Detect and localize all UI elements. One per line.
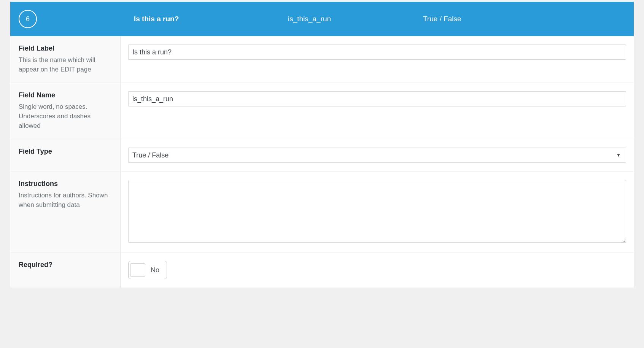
header-field-name: is_this_a_run	[288, 15, 417, 23]
field-order-badge[interactable]: 6	[19, 10, 37, 28]
header-field-label: Is this a run?	[134, 15, 288, 23]
row-field-name: Field Name Single word, no spaces. Under…	[10, 83, 634, 139]
field-label-input[interactable]	[128, 44, 626, 60]
label-col-instructions: Instructions Instructions for authors. S…	[10, 172, 121, 252]
label-col-field-label: Field Label This is the name which will …	[10, 36, 121, 83]
input-col-field-type: True / False ▼	[121, 139, 634, 171]
row-field-label: Field Label This is the name which will …	[10, 36, 634, 83]
field-label-title: Field Label	[19, 44, 112, 52]
required-toggle-label: No	[151, 266, 165, 274]
instructions-desc: Instructions for authors. Shown when sub…	[19, 191, 112, 210]
header-field-type: True / False	[417, 15, 625, 23]
row-field-type: Field Type True / False ▼	[10, 139, 634, 172]
label-col-field-type: Field Type	[10, 139, 121, 171]
input-col-field-name	[121, 83, 634, 139]
row-required: Required? No	[10, 253, 634, 288]
field-type-title: Field Type	[19, 148, 112, 156]
field-name-input[interactable]	[128, 91, 626, 106]
label-col-field-name: Field Name Single word, no spaces. Under…	[10, 83, 121, 139]
field-header[interactable]: 6 Is this a run? is_this_a_run True / Fa…	[10, 2, 634, 36]
field-name-title: Field Name	[19, 91, 112, 99]
field-order-number: 6	[26, 15, 30, 23]
toggle-knob	[130, 263, 145, 277]
input-col-instructions	[121, 172, 634, 252]
field-label-desc: This is the name which will appear on th…	[19, 56, 112, 74]
label-col-required: Required?	[10, 253, 121, 288]
instructions-textarea[interactable]	[128, 180, 626, 243]
field-type-select[interactable]: True / False	[128, 148, 626, 163]
required-toggle[interactable]: No	[128, 261, 167, 279]
row-instructions: Instructions Instructions for authors. S…	[10, 172, 634, 253]
instructions-title: Instructions	[19, 180, 112, 188]
field-name-desc: Single word, no spaces. Underscores and …	[19, 102, 112, 130]
input-col-field-label	[121, 36, 634, 83]
input-col-required: No	[121, 253, 634, 288]
required-title: Required?	[19, 261, 112, 269]
